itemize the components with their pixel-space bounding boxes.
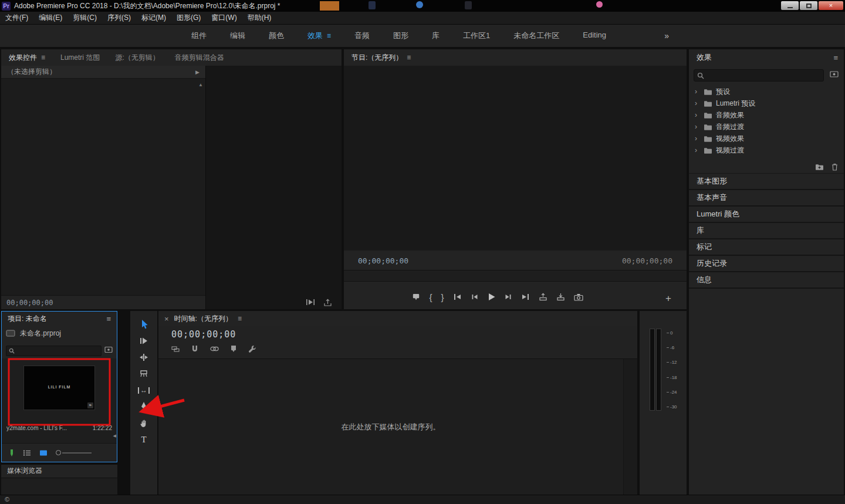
hand-tool-button[interactable] xyxy=(137,418,151,428)
workspace-assembly[interactable]: 组件 xyxy=(180,31,218,41)
mark-out-button[interactable]: } xyxy=(441,292,444,302)
razor-tool-button[interactable] xyxy=(137,368,151,379)
mark-in-button[interactable]: { xyxy=(429,292,432,302)
panel-tab-lumetri-color[interactable]: Lumetri 颜色 xyxy=(689,207,844,223)
clip-selector-header[interactable]: （未选择剪辑） ▶ xyxy=(1,66,205,79)
workspace-color[interactable]: 颜色 xyxy=(257,31,296,41)
timeline-title[interactable]: 时间轴:（无序列） xyxy=(174,314,232,324)
workspace-editing-en[interactable]: Editing xyxy=(571,31,618,41)
pen-tool-button[interactable] xyxy=(137,401,151,412)
timeline-drop-area[interactable]: 在此处放下媒体以创建序列。 xyxy=(158,359,623,495)
tab-program-monitor[interactable]: 节目:（无序列） ≡ xyxy=(344,49,418,66)
scrollbar-up-icon[interactable]: ▲ xyxy=(198,82,203,87)
workspace-graphics[interactable]: 图形 xyxy=(381,31,420,41)
menu-window[interactable]: 窗口(W) xyxy=(206,12,242,24)
panel-tab-history[interactable]: 历史记录 xyxy=(689,256,844,272)
panel-tab-libraries[interactable]: 库 xyxy=(689,223,844,239)
tab-media-browser[interactable]: 媒体浏览器 xyxy=(1,465,117,476)
panel-menu-icon[interactable]: ≡ xyxy=(238,314,242,323)
minimize-button[interactable] xyxy=(781,1,799,10)
thumbnail-zoom-slider[interactable] xyxy=(56,450,92,455)
slip-tool-button[interactable]: ↔ xyxy=(137,385,151,395)
linked-selection-icon[interactable] xyxy=(210,346,219,351)
effects-tree-item-video-transitions[interactable]: › 视频过渡 xyxy=(689,144,844,156)
list-view-icon[interactable] xyxy=(23,449,31,456)
icon-view-icon[interactable] xyxy=(39,449,48,456)
panel-menu-icon[interactable]: ≡ xyxy=(407,53,411,62)
menu-edit[interactable]: 编辑(E) xyxy=(33,12,67,24)
chevron-right-icon[interactable]: › xyxy=(695,123,699,131)
timeline-settings-wrench-icon[interactable] xyxy=(248,345,256,353)
extract-button[interactable] xyxy=(556,293,565,301)
close-button[interactable]: × xyxy=(819,1,843,10)
workspace-libraries[interactable]: 库 xyxy=(420,31,451,41)
clip-label-row[interactable]: y2mate.com - LILI's F... 1:22:22 xyxy=(6,425,112,431)
project-panel-title[interactable]: 项目: 未命名 xyxy=(8,314,47,324)
export-frame-button[interactable] xyxy=(574,293,583,301)
export-icon[interactable] xyxy=(323,299,332,306)
timeline-scrollbar-area[interactable] xyxy=(623,359,637,495)
type-tool-button[interactable]: T xyxy=(137,434,151,445)
menu-file[interactable]: 文件(F) xyxy=(0,12,33,24)
snap-icon[interactable] xyxy=(191,345,198,353)
new-bin-icon[interactable] xyxy=(815,164,824,171)
panel-menu-icon[interactable]: ≡ xyxy=(106,314,111,323)
panel-tab-essential-graphics[interactable]: 基本图形 xyxy=(689,174,844,190)
slider-knob[interactable] xyxy=(56,450,61,455)
add-marker-icon[interactable] xyxy=(231,345,236,353)
tab-audio-clip-mixer[interactable]: 音频剪辑混合器 xyxy=(167,49,232,66)
accelerated-effects-icon[interactable] xyxy=(830,70,839,78)
workspace-unnamed[interactable]: 未命名工作区 xyxy=(502,31,571,41)
maximize-button[interactable] xyxy=(800,1,817,10)
play-in-out-icon[interactable] xyxy=(306,299,315,306)
panel-tab-markers[interactable]: 标记 xyxy=(689,239,844,256)
menu-graphics[interactable]: 图形(G) xyxy=(171,12,206,24)
panel-tab-essential-sound[interactable]: 基本声音 xyxy=(689,190,844,207)
workspace-effects[interactable]: 效果 ≡ xyxy=(296,31,343,41)
effects-search-input[interactable] xyxy=(707,72,820,80)
clip-name[interactable]: y2mate.com - LILI's F... xyxy=(6,425,67,431)
step-back-button[interactable] xyxy=(471,293,478,301)
panel-menu-icon[interactable]: ≡ xyxy=(41,53,45,62)
workspace-editing-cn[interactable]: 编辑 xyxy=(218,31,257,41)
menu-markers[interactable]: 标记(M) xyxy=(136,12,171,24)
effects-tree-item-video-effects[interactable]: › 视频效果 xyxy=(689,133,844,144)
program-current-timecode[interactable]: 00;00;00;00 xyxy=(358,256,408,265)
effects-tree-item-audio-transitions[interactable]: › 音频过渡 xyxy=(689,121,844,133)
step-forward-button[interactable] xyxy=(505,293,512,301)
chevron-right-icon[interactable]: › xyxy=(695,134,699,143)
lift-button[interactable] xyxy=(539,293,547,301)
program-time-ruler[interactable] xyxy=(344,270,687,282)
panel-menu-icon[interactable]: ≡ xyxy=(833,53,838,62)
effect-controls-timecode[interactable]: 00;00;00;00 xyxy=(6,299,53,307)
add-marker-button[interactable] xyxy=(412,293,420,301)
panel-tab-info[interactable]: 信息 xyxy=(689,272,844,289)
selection-tool-button[interactable] xyxy=(137,319,151,330)
effects-search-box[interactable] xyxy=(694,69,824,82)
button-editor-plus-button[interactable]: + xyxy=(665,293,671,303)
search-options-icon[interactable] xyxy=(104,346,113,353)
ripple-edit-tool-button[interactable] xyxy=(137,352,151,363)
menu-clip[interactable]: 剪辑(C) xyxy=(67,12,102,24)
scrollbar-left-icon[interactable]: ◀ xyxy=(113,434,116,438)
workspace-audio[interactable]: 音频 xyxy=(343,31,381,41)
track-select-forward-tool-button[interactable] xyxy=(137,336,151,346)
timeline-timecode[interactable]: 00;00;00;00 xyxy=(171,329,236,340)
tab-lumetri-scopes[interactable]: Lumetri 范围 xyxy=(53,49,107,66)
go-to-out-button[interactable] xyxy=(521,293,530,301)
effects-tree-item-lumetri-presets[interactable]: › Lumetri 预设 xyxy=(689,97,844,109)
project-search-box[interactable] xyxy=(6,346,102,356)
menu-sequence[interactable]: 序列(S) xyxy=(102,12,136,24)
chevron-right-icon[interactable]: › xyxy=(695,87,699,96)
project-search-input[interactable] xyxy=(17,347,99,354)
project-file-row[interactable]: 未命名.prproj xyxy=(2,326,117,341)
go-to-in-button[interactable] xyxy=(453,293,462,301)
menu-help[interactable]: 帮助(H) xyxy=(242,12,277,24)
play-button[interactable] xyxy=(487,292,496,302)
workspace-1[interactable]: 工作区1 xyxy=(451,31,502,41)
delete-icon[interactable] xyxy=(832,163,838,171)
effects-tree-item-presets[interactable]: › 预设 xyxy=(689,86,844,97)
tab-effect-controls[interactable]: 效果控件 ≡ xyxy=(1,49,53,66)
workspace-overflow-button[interactable]: » xyxy=(664,31,669,40)
clip-thumbnail[interactable]: LILI FILM » xyxy=(23,366,95,410)
